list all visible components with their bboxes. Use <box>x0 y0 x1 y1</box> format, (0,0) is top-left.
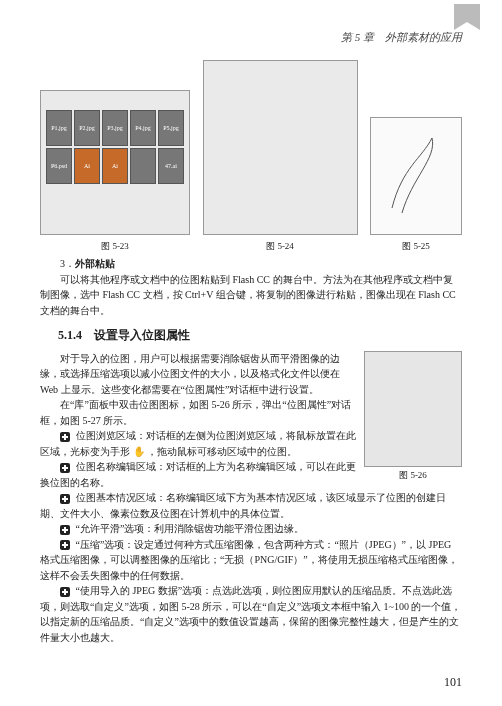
thumb-ai: Ai <box>74 148 100 184</box>
caption-5-24: 图 5-24 <box>203 240 358 253</box>
chapter-number: 第 5 章 <box>341 31 374 43</box>
hand-icon: ✋ <box>133 446 145 457</box>
file-thumbnails: P1.jpg P2.jpg P3.jpg P4.jpg P5.jpg P6.ps… <box>46 110 184 200</box>
figure-5-24 <box>203 60 358 235</box>
bullet-5: “压缩”选项：设定通过何种方式压缩图像，包含两种方式：“照片（JPEG）”，以 … <box>40 537 462 584</box>
para-external-paste: 可以将其他程序或文档中的位图粘贴到 Flash CC 的舞台中。方法为在其他程序… <box>40 272 462 319</box>
bullet-3: 位图基本情况区域：名称编辑区域下方为基本情况区域，该区域显示了位图的创建日期、文… <box>40 490 462 521</box>
figure-5-26-block: 图 5-26 <box>364 351 462 483</box>
caption-5-23: 图 5-23 <box>40 240 190 253</box>
bullet-4: “允许平滑”选项：利用消除锯齿功能平滑位图边缘。 <box>40 521 462 537</box>
thumb: 47.ai <box>158 148 184 184</box>
plus-icon <box>60 525 70 535</box>
chapter-title: 外部素材的应用 <box>385 31 462 43</box>
thumb: P2.jpg <box>74 110 100 146</box>
svg-marker-0 <box>454 4 480 30</box>
heading-5-1-4: 5.1.4 设置导入位图属性 <box>58 326 462 345</box>
page-header: 第 5 章 外部素材的应用 <box>341 30 462 45</box>
thumb <box>130 148 156 184</box>
caption-5-26: 图 5-26 <box>364 469 462 483</box>
page-number: 101 <box>444 675 462 690</box>
plus-icon <box>60 540 70 550</box>
thumb: P1.jpg <box>46 110 72 146</box>
plus-icon <box>60 463 70 473</box>
figure-captions: 图 5-23 图 5-24 图 5-25 <box>40 240 462 253</box>
corner-bookmark <box>454 4 480 32</box>
thumb: P3.jpg <box>102 110 128 146</box>
figure-5-26 <box>364 351 462 467</box>
bullet-6: “使用导入的 JPEG 数据”选项：点选此选项，则位图应用默认的压缩品质。不点选… <box>40 583 462 645</box>
caption-5-25: 图 5-25 <box>370 240 462 253</box>
plus-icon <box>60 587 70 597</box>
item-3-heading: 3．外部粘贴 <box>40 256 462 272</box>
plus-icon <box>60 494 70 504</box>
body-content: 3．外部粘贴 可以将其他程序或文档中的位图粘贴到 Flash CC 的舞台中。方… <box>40 256 462 645</box>
thumb: P4.jpg <box>130 110 156 146</box>
freehand-sketch <box>382 128 452 218</box>
thumb: P5.jpg <box>158 110 184 146</box>
plus-icon <box>60 432 70 442</box>
thumb-ai: Ai <box>102 148 128 184</box>
thumb: P6.psd <box>46 148 72 184</box>
